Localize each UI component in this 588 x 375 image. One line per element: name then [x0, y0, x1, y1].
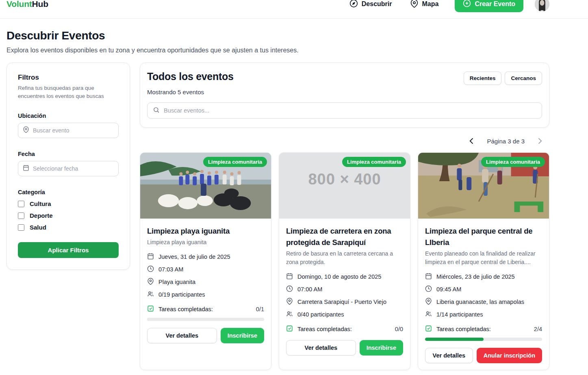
sort-cercanos-button[interactable]: Cercanos: [505, 72, 542, 85]
salud-checkbox[interactable]: [18, 224, 24, 231]
event-participants: 1/14 participantes: [436, 311, 483, 318]
clock-icon: [425, 285, 432, 293]
event-location: Liberia guanacaste, las amapolas: [436, 299, 524, 305]
map-pin-icon: [410, 0, 419, 9]
page-header: Descubrir Eventos Explora los eventos di…: [7, 29, 581, 54]
view-details-button[interactable]: Ver detalles: [147, 328, 217, 343]
top-navbar: VoluntHub Descubrir Mapa Crear Evento: [0, 0, 588, 19]
event-description: Evento planeado con la finalidad de real…: [425, 249, 542, 267]
nav-item-mapa-label: Mapa: [422, 0, 439, 8]
create-event-button[interactable]: Crear Evento: [455, 0, 523, 12]
event-card-playa-iguanita: Limpieza comunitaria Limpieza playa igua…: [140, 152, 271, 370]
cultura-label: Cultura: [30, 200, 51, 207]
events-count-text: Mostrando 5 eventos: [147, 89, 542, 95]
nav-item-descubrir-label: Descubrir: [362, 0, 392, 8]
event-location: Carretera Sarapiquí - Puerto Viejo: [297, 299, 386, 305]
clock-icon: [147, 265, 154, 273]
tasks-label: Tareas completadas:: [158, 306, 213, 312]
calendar-icon: [425, 273, 432, 281]
map-pin-icon: [147, 278, 154, 286]
event-time: 07:00 AM: [297, 286, 322, 293]
event-date: Miércoles, 23 de julio de 2025: [436, 273, 515, 280]
tasks-value: 0/0: [395, 326, 403, 332]
events-panel: Todos los eventos Recientes Cercanos Mos…: [140, 63, 549, 128]
search-box: [147, 102, 542, 119]
event-description: Retiro de basura en la carretera cercana…: [286, 249, 403, 267]
enroll-button[interactable]: Inscribirse: [221, 328, 264, 343]
page-title: Descubrir Eventos: [7, 29, 581, 42]
plus-circle-icon: [463, 0, 471, 9]
filters-description: Refina tus busquedas para que encuentres…: [18, 84, 107, 100]
date-input[interactable]: [33, 165, 114, 172]
category-checkbox-salud[interactable]: Salud: [18, 224, 119, 231]
event-date: Jueves, 31 de julio de 2025: [158, 254, 230, 260]
check-square-icon: [425, 325, 432, 333]
tasks-label: Tareas completadas:: [436, 326, 491, 332]
chevron-left-icon[interactable]: [468, 137, 476, 145]
clock-icon: [286, 285, 293, 293]
create-event-label: Crear Evento: [475, 0, 515, 8]
brand-logo-green: Volunt: [7, 0, 32, 9]
brand-logo[interactable]: VoluntHub: [7, 0, 48, 9]
map-pin-icon: [286, 298, 293, 306]
users-icon: [425, 310, 432, 319]
tasks-label: Tareas completadas:: [297, 326, 352, 332]
category-badge: Limpieza comunitaria: [481, 157, 545, 167]
deporte-label: Deporte: [30, 212, 53, 219]
tasks-value: 0/1: [256, 306, 264, 312]
category-checkbox-cultura[interactable]: Cultura: [18, 200, 119, 207]
chevron-right-icon[interactable]: [536, 137, 544, 145]
events-title: Todos los eventos: [147, 71, 234, 82]
tasks-value: 2/4: [534, 326, 542, 332]
tasks-progress-bar: [147, 318, 264, 321]
tasks-progress-bar: [425, 338, 542, 341]
calendar-icon: [23, 165, 29, 173]
pagination: Página 3 de 3: [140, 137, 544, 145]
view-details-button[interactable]: Ver detalles: [425, 348, 473, 363]
event-time: 07:03 AM: [158, 266, 183, 273]
brand-logo-dark: Hub: [32, 0, 48, 9]
cancel-enrollment-button[interactable]: Anular inscripción: [477, 348, 542, 363]
apply-filters-button[interactable]: Aplicar Filtros: [18, 242, 119, 258]
event-date: Domingo, 10 de agosto de 2025: [297, 273, 381, 280]
compass-icon: [349, 0, 358, 9]
enroll-button[interactable]: Inscribirse: [360, 340, 403, 355]
events-grid: Limpieza comunitaria Limpieza playa igua…: [140, 152, 549, 370]
event-card-carretera-sarapiqui: 800 × 400 Limpieza comunitaria Limpieza …: [279, 152, 410, 370]
location-input[interactable]: [33, 127, 114, 134]
users-icon: [286, 310, 293, 319]
events-main: Todos los eventos Recientes Cercanos Mos…: [140, 63, 549, 375]
event-card-parque-liberia: Limpieza comunitaria Limpieza del parque…: [418, 152, 549, 370]
map-pin-icon: [425, 298, 432, 306]
avatar-photo: [535, 0, 549, 11]
check-square-icon: [286, 325, 293, 333]
search-events-input[interactable]: [164, 107, 536, 114]
nav-item-descubrir[interactable]: Descubrir: [349, 0, 392, 9]
placeholder-dimensions-text: 800 × 400: [279, 171, 410, 188]
tasks-progress-fill: [425, 338, 484, 341]
category-label: Categoría: [18, 189, 119, 195]
cultura-checkbox[interactable]: [18, 201, 24, 207]
calendar-icon: [286, 273, 293, 281]
map-pin-icon: [23, 126, 29, 134]
event-participants: 0/19 participantes: [158, 291, 205, 298]
event-location: Playa iguanita: [158, 279, 195, 285]
check-square-icon: [147, 305, 154, 313]
view-details-button[interactable]: Ver detalles: [286, 340, 356, 355]
sort-recientes-button[interactable]: Recientes: [464, 72, 502, 85]
event-image-park: Limpieza comunitaria: [418, 153, 549, 219]
event-image-beach: Limpieza comunitaria: [140, 153, 271, 219]
salud-label: Salud: [30, 224, 46, 231]
event-image-placeholder: 800 × 400 Limpieza comunitaria: [279, 153, 410, 219]
deporte-checkbox[interactable]: [18, 212, 24, 219]
event-title: Limpieza del parque central de LIberia: [425, 225, 542, 248]
event-description: Limpieza playa iguanita: [147, 238, 264, 247]
category-badge: Limpieza comunitaria: [342, 157, 406, 167]
event-time: 09:45 AM: [436, 286, 461, 293]
category-checkbox-deporte[interactable]: Deporte: [18, 212, 119, 219]
filters-title: Filtros: [18, 74, 119, 82]
user-avatar[interactable]: [535, 0, 549, 11]
nav-item-mapa[interactable]: Mapa: [410, 0, 439, 9]
location-label: Ubicación: [18, 113, 119, 119]
date-label: Fecha: [18, 151, 119, 157]
